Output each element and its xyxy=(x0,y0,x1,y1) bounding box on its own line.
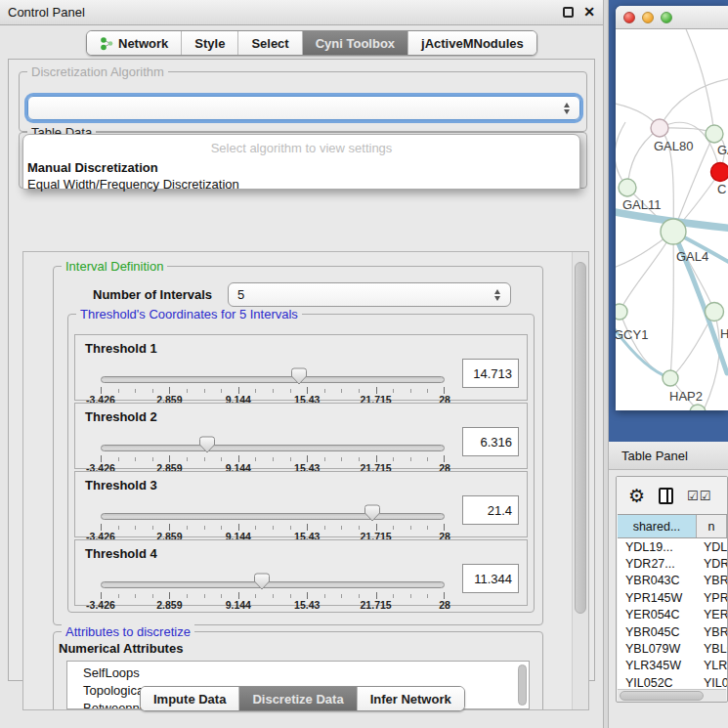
threshold-value-field[interactable]: 14.713 xyxy=(462,359,519,388)
cell-shared-name[interactable]: YDR27... xyxy=(618,557,697,571)
node-label: GCY1 xyxy=(616,327,648,342)
threshold-slider-track[interactable] xyxy=(101,376,445,383)
table-row[interactable]: YBL079WYBL0 xyxy=(618,640,727,657)
cell-shared-name[interactable]: YER054C xyxy=(618,608,697,621)
table-hscrollbar[interactable] xyxy=(618,689,726,702)
tab-label: Select xyxy=(251,36,288,51)
close-icon[interactable]: ✕ xyxy=(583,7,595,18)
tab-network[interactable]: Network xyxy=(87,31,181,55)
tab-select[interactable]: Select xyxy=(237,31,301,55)
tab-style[interactable]: Style xyxy=(181,31,237,55)
cell-shared-name[interactable]: YBL079W xyxy=(618,642,697,656)
cell-name[interactable]: YDR2 xyxy=(697,557,727,571)
table-row[interactable]: YDL19...YDL1 xyxy=(618,538,727,555)
threshold-slider-track[interactable] xyxy=(101,513,445,520)
cell-name[interactable]: YDL1 xyxy=(697,540,727,554)
gear-icon[interactable]: ⚙ xyxy=(628,487,645,505)
cell-shared-name[interactable]: YBR045C xyxy=(618,625,697,639)
table-row[interactable]: YPR145WYPR1 xyxy=(618,589,727,606)
cell-shared-name[interactable]: YIL052C xyxy=(618,676,697,689)
tick-label: -3.426 xyxy=(86,599,115,611)
attribute-item[interactable]: SelfLoops xyxy=(83,664,529,682)
threshold-slider-handle[interactable] xyxy=(364,504,380,522)
right-column: GAL80GACGAL11GAL4GCY1HHAP2 Table Panel ⚙… xyxy=(603,0,728,728)
threshold-slider-track[interactable] xyxy=(101,445,445,451)
tab-infer-network[interactable]: Infer Network xyxy=(357,687,464,710)
algorithm-popup-hint: Select algorithm to view settings xyxy=(23,141,579,155)
algorithm-option[interactable]: Manual Discretization xyxy=(24,159,578,176)
table-hscrollbar-thumb[interactable] xyxy=(620,691,704,701)
cell-name[interactable]: YBR0 xyxy=(697,574,727,587)
algorithm-select[interactable] xyxy=(27,96,580,120)
tab-label: Discretize Data xyxy=(252,692,343,707)
select-columns-icon[interactable]: ☑☑ xyxy=(687,489,711,503)
discretization-algorithm-title: Discretization Algorithm xyxy=(27,64,168,79)
tab-cyni-toolbox[interactable]: Cyni Toolbox xyxy=(302,31,407,55)
network-node[interactable] xyxy=(619,179,636,196)
float-window-icon[interactable] xyxy=(563,7,574,18)
cell-name[interactable]: YIL0 xyxy=(697,676,727,689)
cell-name[interactable]: YLR3 xyxy=(697,659,727,672)
top-tab-bar: NetworkStyleSelectCyni ToolboxjActiveMNo… xyxy=(86,30,537,56)
network-node[interactable] xyxy=(706,125,723,143)
cell-shared-name[interactable]: YBR043C xyxy=(618,574,697,587)
list-scrollbar-thumb[interactable] xyxy=(518,664,527,706)
cell-name[interactable]: YBL0 xyxy=(697,642,727,656)
threshold-label: Threshold 4 xyxy=(85,546,157,561)
cell-shared-name[interactable]: YDL19... xyxy=(618,540,697,554)
cyni-toolbox-content: Discretization Algorithm Table Data galF… xyxy=(8,59,595,681)
threshold-value-field[interactable]: 21.4 xyxy=(462,495,519,525)
network-node[interactable] xyxy=(651,119,668,137)
threshold-slider-track[interactable] xyxy=(101,581,445,588)
thresholds-title: Threshold's Coordinates for 5 Intervals xyxy=(76,307,302,321)
column-header[interactable]: shared... xyxy=(618,515,697,537)
settings-scrollbar-thumb[interactable] xyxy=(575,262,586,614)
close-traffic-icon[interactable] xyxy=(623,12,635,23)
table-panel-body: ⚙ ☑☑ shared...n YDL19...YDL1YDR27...YDR2… xyxy=(609,470,728,728)
network-node[interactable] xyxy=(661,219,686,244)
cell-name[interactable]: YPR1 xyxy=(697,591,727,605)
stepper-icon xyxy=(493,289,502,301)
column-header[interactable]: n xyxy=(697,515,727,537)
threshold-slider-handle[interactable] xyxy=(291,367,307,385)
table-row[interactable]: YBR043CYBR0 xyxy=(618,573,727,589)
cell-name[interactable]: YBR0 xyxy=(697,625,727,639)
threshold-value-field[interactable]: 6.316 xyxy=(462,427,519,456)
table-row[interactable]: YIL052CYIL0 xyxy=(618,674,727,689)
tick-label: 21.715 xyxy=(361,599,392,611)
table-row[interactable]: YLR345WYLR3 xyxy=(618,658,727,674)
table-row[interactable]: YBR045CYBR0 xyxy=(618,623,727,640)
attributes-title: Attributes to discretize xyxy=(62,624,194,639)
algorithm-option[interactable]: Equal Width/Frequency Discretization xyxy=(24,176,578,193)
table-row[interactable]: YER054CYER0 xyxy=(618,607,727,623)
threshold-slider-handle[interactable] xyxy=(199,436,215,453)
network-canvas[interactable]: GAL80GACGAL11GAL4GCY1HHAP2 xyxy=(616,29,728,410)
zoom-traffic-icon[interactable] xyxy=(661,12,672,23)
tick-label: 15.43 xyxy=(294,599,320,611)
cell-shared-name[interactable]: YLR345W xyxy=(618,659,697,672)
slider-scale-labels: -3.4262.8599.14415.4321.71528 xyxy=(101,599,445,611)
network-node[interactable] xyxy=(706,303,724,321)
table-row[interactable]: YDR27...YDR2 xyxy=(618,555,727,572)
threshold-slider-handle[interactable] xyxy=(254,573,270,590)
column-layout-icon[interactable] xyxy=(659,488,673,504)
tab-jactivemnodules[interactable]: jActiveMNodules xyxy=(407,31,536,55)
tab-impute-data[interactable]: Impute Data xyxy=(141,687,238,710)
network-window-titlebar[interactable] xyxy=(616,6,728,29)
tick-label: 9.144 xyxy=(226,599,251,611)
table-toolbar: ⚙ ☑☑ xyxy=(617,477,727,514)
tab-discretize-data[interactable]: Discretize Data xyxy=(238,687,356,710)
cell-shared-name[interactable]: YPR145W xyxy=(618,591,697,605)
settings-scrollbar[interactable] xyxy=(572,252,588,709)
network-node[interactable] xyxy=(663,370,678,386)
network-node[interactable] xyxy=(616,304,627,320)
threshold-value-field[interactable]: 11.344 xyxy=(462,564,519,593)
node-label: HAP2 xyxy=(669,389,703,404)
network-node[interactable] xyxy=(690,405,706,410)
network-node[interactable] xyxy=(711,163,728,182)
num-intervals-select[interactable]: 5 xyxy=(228,282,511,307)
settings-scrollpane: Interval Definition Number of Intervals … xyxy=(22,251,589,710)
cell-name[interactable]: YER0 xyxy=(697,608,727,621)
minimize-traffic-icon[interactable] xyxy=(642,12,654,23)
num-intervals-value: 5 xyxy=(237,287,244,302)
